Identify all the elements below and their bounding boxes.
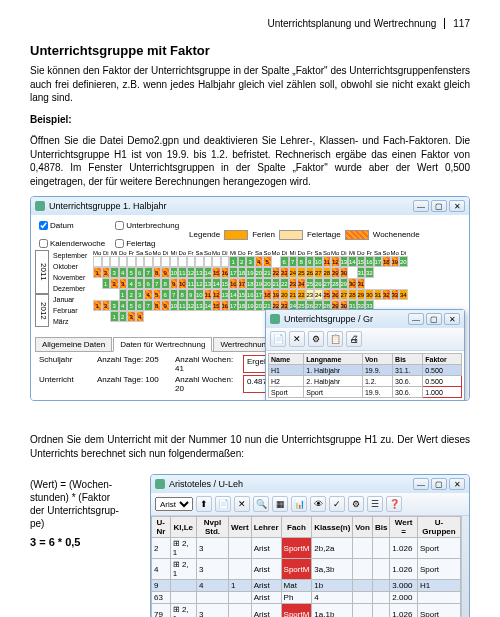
stat-tage-l: Anzahl Tage:	[97, 355, 143, 364]
tbl-tool-11[interactable]: ❓	[386, 496, 402, 512]
datum-checkbox[interactable]: Datum	[39, 221, 105, 230]
tbl-tool-8[interactable]: ✓	[329, 496, 345, 512]
feiertag-checkbox[interactable]: Feiertag	[115, 239, 179, 248]
popup-close[interactable]: ✕	[444, 313, 460, 325]
stat-tage-v1: 205	[145, 355, 158, 364]
stat-wochen-v2: 20	[175, 384, 184, 393]
stat-unterricht: Unterricht	[39, 375, 89, 393]
feiertag-label: Feiertag	[126, 239, 155, 248]
close-button[interactable]: ✕	[449, 200, 465, 212]
unterrichtsgruppe-popup: Unterrichtsgruppe / Gr — ▢ ✕ 📄 ✕ ⚙ 📋 🖨 N…	[265, 309, 465, 401]
legend-feiertage: Feiertage	[307, 230, 341, 239]
popup-icon	[270, 314, 280, 324]
month-label: März	[51, 316, 91, 327]
tab-wertrechnung[interactable]: Daten für Wertrechnung	[113, 337, 212, 352]
vertical-scrollbar[interactable]	[461, 516, 469, 617]
datum-label: Datum	[50, 221, 74, 230]
popup-min[interactable]: —	[408, 313, 424, 325]
tbl-dropdown[interactable]: Arist	[155, 497, 193, 511]
page-number: 117	[444, 18, 470, 29]
window-title: Unterrichtsgruppe 1. Halbjahr	[49, 201, 167, 211]
table-row[interactable]: 941AristMat1b3.000H1	[152, 580, 461, 592]
header-title: Unterrichtsplanung und Wertrechnung	[268, 18, 437, 29]
stat-wochen-l: Anzahl Wochen:	[175, 355, 233, 364]
year-2011: 2011	[35, 250, 49, 294]
tbl-tool-10[interactable]: ☰	[367, 496, 383, 512]
unterbrechung-checkbox[interactable]: Unterbrechung	[115, 221, 179, 230]
stat-wochen-l2: Anzahl Wochen:	[175, 375, 233, 384]
popup-row[interactable]: H22. Halbjahr1.2.30.6.0.500	[269, 376, 462, 387]
month-label: Oktober	[51, 261, 91, 272]
popup-tool-4[interactable]: 📋	[327, 331, 343, 347]
popup-tool-5[interactable]: 🖨	[346, 331, 362, 347]
table-row[interactable]: 2⊞ 2, 13AristSportM2b,2a1.026Sport	[152, 538, 461, 559]
section-heading: Unterrichtsgruppe mit Faktor	[30, 43, 470, 58]
maximize-button[interactable]: ▢	[431, 200, 447, 212]
legend-we-swatch	[345, 230, 369, 240]
stat-schuljahr: Schuljahr	[39, 355, 89, 373]
stat-wochen-v1: 41	[175, 364, 184, 373]
tbl-close[interactable]: ✕	[449, 478, 465, 490]
tab-allgemein[interactable]: Allgemeine Daten	[35, 337, 112, 351]
popup-max[interactable]: ▢	[426, 313, 442, 325]
formula-4: pe)	[30, 517, 140, 530]
formula-1: (Wert) = (Wochen-	[30, 478, 140, 491]
app-icon	[35, 201, 45, 211]
data-table[interactable]: U-NrKl,LeNvpl Std.WertLehrerFachKlasse(n…	[151, 516, 461, 617]
calendar-window: Unterrichtsgruppe 1. Halbjahr — ▢ ✕ Datu…	[30, 196, 470, 401]
legend-ferien-swatch	[224, 230, 248, 240]
tbl-tool-9[interactable]: ⚙	[348, 496, 364, 512]
table-window: Aristoteles / U-Leh — ▢ ✕ Arist ⬆ 📄 ✕ 🔍 …	[150, 474, 470, 617]
example-label: Beispiel:	[30, 113, 470, 127]
tbl-tool-6[interactable]: 📊	[291, 496, 307, 512]
popup-table: NameLangnameVonBisFaktor H11. Halbjahr19…	[268, 353, 462, 398]
month-label: Dezember	[51, 283, 91, 294]
popup-tool-2[interactable]: ✕	[289, 331, 305, 347]
formula-3: der Unterrichtsgrup-	[30, 504, 140, 517]
legend-feiertage-swatch	[279, 230, 303, 240]
tbl-max[interactable]: ▢	[431, 478, 447, 490]
month-label: November	[51, 272, 91, 283]
tbl-tool-4[interactable]: 🔍	[253, 496, 269, 512]
tbl-min[interactable]: —	[413, 478, 429, 490]
stat-tage-l2: Anzahl Tage:	[97, 375, 143, 384]
example-paragraph: Öffnen Sie die Datei Demo2.gpn und deakt…	[30, 134, 470, 188]
tbl-tool-7[interactable]: 👁	[310, 496, 326, 512]
kw-label: Kalenderwoche	[50, 239, 105, 248]
minimize-button[interactable]: —	[413, 200, 429, 212]
unterbrechung-label: Unterbrechung	[126, 221, 179, 230]
table-row[interactable]: 63AristPh42.000	[152, 592, 461, 604]
month-label: Februar	[51, 305, 91, 316]
popup-tool-1[interactable]: 📄	[270, 331, 286, 347]
formula-2: stunden) * (Faktor	[30, 491, 140, 504]
month-label: Januar	[51, 294, 91, 305]
table-row[interactable]: 79⊞ 2, 13AristSportM1a,1b1.026Sport	[152, 604, 461, 618]
tbl-icon	[155, 479, 165, 489]
legend-label: Legende	[189, 230, 220, 239]
formula-result: 3 = 6 * 0,5	[30, 536, 140, 548]
paragraph-3: Ordnen Sie dem Unterricht mit der Nummer…	[30, 433, 470, 460]
year-2012: 2012	[35, 294, 49, 327]
popup-row[interactable]: H11. Halbjahr19.9.31.1.0.500	[269, 365, 462, 376]
intro-paragraph: Sie können den Faktor der Unterrichtsgru…	[30, 64, 470, 105]
anrechnen-button[interactable]: Anrechnen	[420, 400, 462, 401]
tbl-tool-3[interactable]: ✕	[234, 496, 250, 512]
kw-checkbox[interactable]: Kalenderwoche	[39, 239, 105, 248]
popup-tool-3[interactable]: ⚙	[308, 331, 324, 347]
legend-ferien: Ferien	[252, 230, 275, 239]
tbl-tool-2[interactable]: 📄	[215, 496, 231, 512]
popup-title: Unterrichtsgruppe / Gr	[284, 314, 373, 324]
legend-we: Wochenende	[373, 230, 420, 239]
popup-row[interactable]: SportSport19.9.30.6.1.000	[269, 387, 462, 398]
titlebar[interactable]: Unterrichtsgruppe 1. Halbjahr — ▢ ✕	[31, 197, 469, 215]
tbl-tool-1[interactable]: ⬆	[196, 496, 212, 512]
stat-tage-v2: 100	[145, 375, 158, 384]
uebertragen-button[interactable]: Übertragen	[374, 400, 417, 401]
tbl-title: Aristoteles / U-Leh	[169, 479, 243, 489]
month-label: September	[51, 250, 91, 261]
table-row[interactable]: 4⊞ 2, 13AristSportM3a,3b1.026Sport	[152, 559, 461, 580]
tbl-tool-5[interactable]: ▦	[272, 496, 288, 512]
